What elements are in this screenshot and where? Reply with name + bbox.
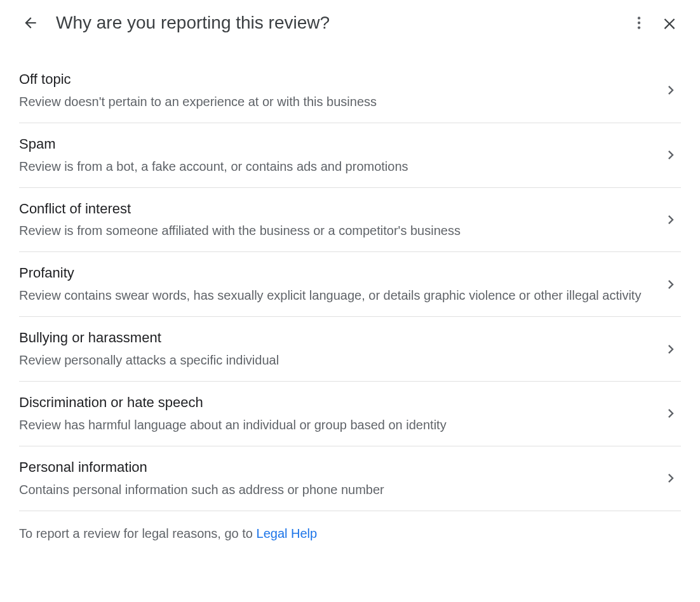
chevron-right-icon [661,340,681,358]
option-text: Off topic Review doesn't pertain to an e… [19,70,661,111]
chevron-right-icon [661,211,681,229]
option-desc: Review has harmful language about an ind… [19,415,650,434]
option-desc: Review is from a bot, a fake account, or… [19,157,650,176]
option-desc: Review doesn't pertain to an experience … [19,92,650,111]
option-text: Discrimination or hate speech Review has… [19,393,661,434]
option-title: Discrimination or hate speech [19,393,650,413]
option-desc: Review is from someone affiliated with t… [19,221,650,240]
svg-point-2 [638,26,640,29]
option-text: Spam Review is from a bot, a fake accoun… [19,135,661,176]
header: Why are you reporting this review? [0,0,700,46]
chevron-right-icon [661,81,681,99]
option-text: Conflict of interest Review is from some… [19,199,661,241]
chevron-right-icon [661,146,681,164]
close-icon [661,15,678,31]
option-bullying[interactable]: Bullying or harassment Review personally… [19,317,681,382]
legal-help-link[interactable]: Legal Help [257,526,318,540]
option-desc: Review personally attacks a specific ind… [19,351,650,370]
arrow-back-icon [22,15,39,31]
option-profanity[interactable]: Profanity Review contains swear words, h… [19,252,681,317]
option-desc: Contains personal information such as ad… [19,480,650,499]
option-title: Bullying or harassment [19,328,650,348]
close-button[interactable] [654,8,685,38]
legal-footer: To report a review for legal reasons, go… [0,511,700,556]
option-text: Bullying or harassment Review personally… [19,328,661,370]
option-text: Profanity Review contains swear words, h… [19,264,661,305]
more-vert-icon [631,15,647,31]
chevron-right-icon [661,405,681,422]
chevron-right-icon [661,469,681,487]
option-spam[interactable]: Spam Review is from a bot, a fake accoun… [19,123,681,188]
chevron-right-icon [661,276,681,293]
option-off-topic[interactable]: Off topic Review doesn't pertain to an e… [19,58,681,123]
option-discrimination[interactable]: Discrimination or hate speech Review has… [19,382,681,446]
more-options-button[interactable] [624,8,654,38]
options-list: Off topic Review doesn't pertain to an e… [0,58,700,511]
legal-prefix: To report a review for legal reasons, go… [19,526,257,540]
option-title: Off topic [19,70,650,90]
option-title: Profanity [19,264,650,283]
option-personal-info[interactable]: Personal information Contains personal i… [19,446,681,511]
option-desc: Review contains swear words, has sexuall… [19,286,650,305]
page-title: Why are you reporting this review? [56,13,624,33]
svg-point-0 [638,17,640,19]
option-title: Personal information [19,458,650,478]
option-title: Conflict of interest [19,199,650,219]
option-text: Personal information Contains personal i… [19,458,661,499]
back-button[interactable] [15,8,46,38]
svg-point-1 [638,22,640,24]
option-title: Spam [19,135,650,154]
option-conflict-of-interest[interactable]: Conflict of interest Review is from some… [19,188,681,253]
